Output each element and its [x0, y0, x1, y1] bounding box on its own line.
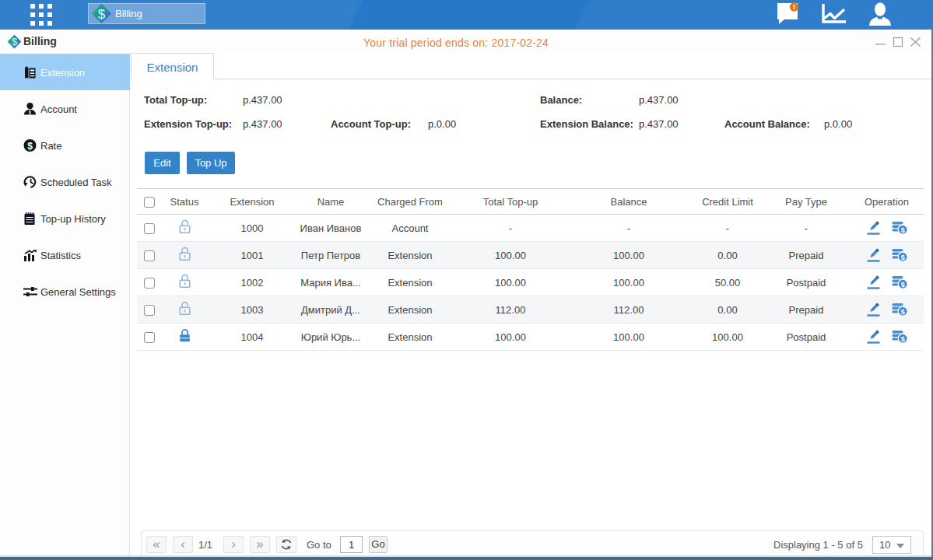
svg-text:$: $: [900, 226, 904, 234]
svg-text:$: $: [900, 308, 904, 316]
svg-text:$: $: [900, 281, 904, 289]
svg-text:$: $: [98, 7, 106, 22]
svg-text:$: $: [27, 140, 33, 151]
svg-text:!: !: [793, 3, 795, 11]
svg-text:$: $: [12, 36, 18, 47]
svg-text:$: $: [900, 335, 904, 343]
svg-text:$: $: [900, 254, 904, 261]
